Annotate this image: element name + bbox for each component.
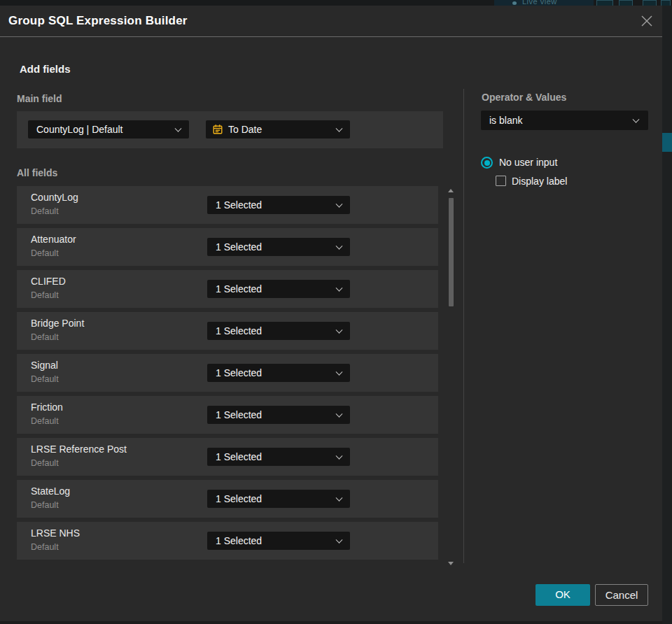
field-row: CountyLog Default 1 Selected [17, 186, 438, 224]
field-sublabel: Default [31, 416, 59, 426]
field-sublabel: Default [31, 290, 59, 300]
cancel-button[interactable]: Cancel [595, 584, 648, 606]
live-view-label: Live view [522, 0, 557, 6]
field-selected-dropdown[interactable]: 1 Selected [207, 406, 350, 424]
dialog-titlebar: Group SQL Expression Builder [0, 6, 662, 36]
field-row: Attenuator Default 1 Selected [17, 228, 438, 266]
scrollbar[interactable] [447, 185, 455, 567]
selected-count: 1 Selected [216, 241, 262, 253]
panel-divider [463, 89, 464, 563]
selected-count: 1 Selected [216, 325, 262, 336]
background-app-header: Live view [0, 0, 672, 6]
field-selected-dropdown[interactable]: 1 Selected [207, 448, 350, 466]
selected-count: 1 Selected [216, 367, 262, 378]
chevron-down-icon [336, 537, 343, 544]
field-row: Friction Default 1 Selected [17, 396, 438, 434]
chevron-down-icon [336, 243, 343, 250]
field-row: LRSE NHS Default 1 Selected [17, 522, 438, 560]
selected-count: 1 Selected [216, 535, 262, 546]
radio-no-user-input[interactable] [481, 157, 493, 169]
chevron-down-icon [175, 125, 182, 132]
field-selected-dropdown[interactable]: 1 Selected [207, 238, 350, 256]
main-field-value: To Date [228, 124, 262, 135]
main-field-value-dropdown[interactable]: To Date [206, 120, 350, 139]
field-name: LRSE NHS [31, 527, 80, 539]
ok-button[interactable]: OK [536, 584, 590, 606]
chevron-down-icon [336, 369, 343, 376]
field-name: CLIFED [31, 276, 66, 287]
scroll-up-icon[interactable] [448, 189, 454, 192]
field-row: StateLog Default 1 Selected [17, 480, 438, 518]
field-sublabel: Default [31, 248, 59, 258]
operator-values-label: Operator & Values [482, 92, 566, 103]
background-app-right-edge [662, 6, 672, 624]
field-row: LRSE Reference Post Default 1 Selected [17, 438, 438, 476]
calendar-icon [212, 124, 223, 135]
selected-count: 1 Selected [216, 199, 262, 211]
selected-count: 1 Selected [216, 451, 262, 462]
selected-count: 1 Selected [216, 409, 262, 420]
main-field-card: CountyLog | Default To Date [17, 111, 443, 148]
operator-dropdown-value: is blank [489, 115, 522, 126]
scrollbar-thumb[interactable] [449, 198, 454, 306]
field-selected-dropdown[interactable]: 1 Selected [207, 196, 350, 214]
field-sublabel: Default [31, 374, 59, 384]
main-field-dropdown[interactable]: CountyLog | Default [28, 120, 189, 139]
field-row: CLIFED Default 1 Selected [17, 270, 438, 308]
all-fields-label: All fields [17, 167, 57, 178]
checkbox-display-label[interactable] [496, 176, 506, 186]
main-field-label: Main field [17, 93, 62, 104]
field-name: CountyLog [31, 192, 78, 203]
chevron-down-icon [633, 116, 640, 123]
field-name: Attenuator [31, 234, 76, 245]
field-name: LRSE Reference Post [31, 444, 127, 455]
field-selected-dropdown[interactable]: 1 Selected [207, 490, 350, 508]
field-sublabel: Default [31, 332, 59, 342]
selected-count: 1 Selected [216, 493, 262, 504]
main-field-dropdown-value: CountyLog | Default [36, 124, 123, 135]
eye-icon [512, 1, 517, 5]
field-name: Bridge Point [31, 318, 84, 329]
field-sublabel: Default [31, 206, 59, 216]
selected-count: 1 Selected [216, 283, 262, 295]
field-sublabel: Default [31, 542, 59, 552]
chevron-down-icon [336, 411, 343, 418]
title-separator [0, 36, 662, 37]
toolbar-button [596, 0, 613, 6]
chevron-down-icon [336, 285, 343, 292]
toolbar-button [661, 0, 671, 6]
chevron-down-icon [336, 125, 343, 132]
dialog-title: Group SQL Expression Builder [8, 6, 188, 36]
screen: Live view Group SQL Expression Builder A… [0, 0, 672, 624]
chevron-down-icon [336, 495, 343, 502]
field-selected-dropdown[interactable]: 1 Selected [207, 532, 350, 550]
chevron-down-icon [336, 201, 343, 208]
close-icon[interactable] [640, 15, 653, 27]
field-selected-dropdown[interactable]: 1 Selected [207, 322, 350, 340]
field-name: StateLog [31, 485, 70, 497]
radio-label: No user input [499, 157, 557, 168]
toolbar-button [619, 0, 633, 6]
field-row: Signal Default 1 Selected [17, 354, 438, 392]
add-fields-heading: Add fields [20, 63, 71, 75]
field-name: Signal [31, 360, 58, 371]
background-teal-element [662, 133, 672, 152]
field-name: Friction [31, 402, 63, 413]
field-row: Bridge Point Default 1 Selected [17, 312, 438, 350]
toolbar-button [643, 0, 657, 6]
field-selected-dropdown[interactable]: 1 Selected [207, 364, 350, 382]
field-sublabel: Default [31, 458, 59, 468]
live-view-toggle: Live view [494, 0, 594, 6]
group-sql-expression-builder-dialog: Group SQL Expression Builder Add fields … [0, 6, 662, 621]
checkbox-label: Display label [512, 176, 567, 187]
scroll-down-icon[interactable] [448, 562, 454, 565]
operator-dropdown[interactable]: is blank [481, 111, 648, 130]
chevron-down-icon [336, 327, 343, 334]
field-sublabel: Default [31, 500, 59, 510]
field-selected-dropdown[interactable]: 1 Selected [207, 280, 350, 298]
chevron-down-icon [336, 453, 343, 460]
